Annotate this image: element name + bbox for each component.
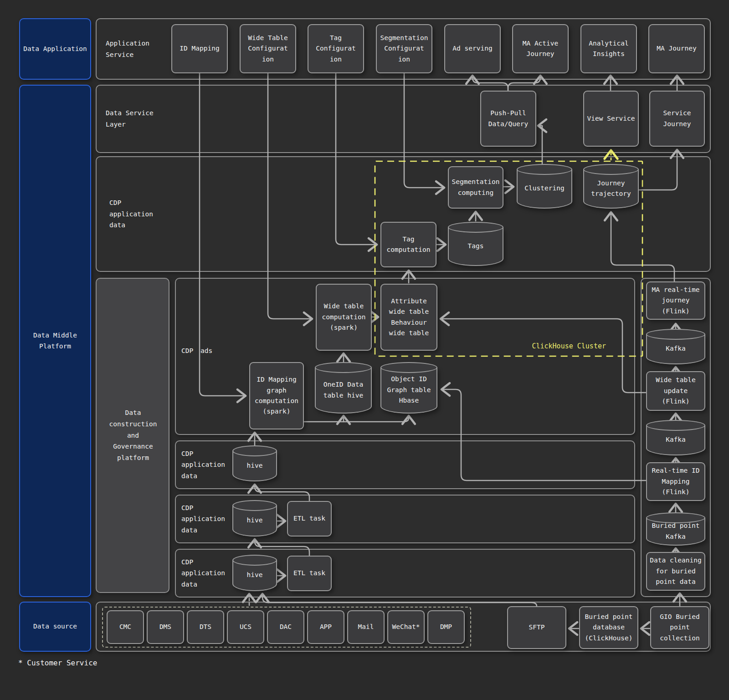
node-tag-computation: Tag computation [380,222,436,267]
sidebar-data-source: Data source [19,602,91,652]
architecture-diagram: Data Application Data Middle Platform Da… [0,0,729,700]
node-hive-a: hive [232,451,277,481]
sidebar-data-application: Data Application [19,18,91,80]
node-object-id-graph: Object ID Graph table Hbase [380,368,437,414]
node-mail: Mail [347,610,385,644]
node-kafka-mid: Kafka [646,425,705,455]
kafka-top-label: Kafka [666,343,686,354]
node-buried-point-kafka: Buried point Kafka [646,518,705,546]
hive-a-label: hive [247,460,263,471]
edge-pushpull-to-adserving [472,76,508,91]
edge-tagconfig-to-tagcomp [336,73,376,245]
node-wide-table-configuration: Wide Table Configurat ion [240,24,296,73]
label-cdp-app-row-c: CDP application data [181,549,241,598]
tags-label: Tags [468,241,484,251]
edge-segconfig-to-segcomp [404,73,444,188]
node-clustering-db: Clustering [517,169,572,209]
node-ma-journey: MA Journey [648,24,705,73]
label-cdp-app-row-b: CDP application data [181,495,241,543]
label-data-service-layer: Data Service Layer [106,85,174,153]
label-application-service: Application Service [106,18,174,80]
sidebar-data-middle-platform: Data Middle Platform [19,85,91,597]
node-segmentation-computing: Segmentation computing [448,166,503,209]
node-hive-c: hive [232,560,277,591]
node-buried-point-database: Buried point database (ClickHouse) [579,606,638,649]
node-tags-db: Tags [448,227,503,266]
label-clickhouse-cluster: ClickHouse Cluster [492,342,606,350]
node-service-journey: Service Journey [649,91,705,147]
buried-point-kafka-label: Buried point Kafka [652,521,700,542]
node-ma-active-journey: MA Active Journey [512,24,569,73]
edge-sftp-to-hivec [262,594,537,606]
kafka-mid-label: Kafka [666,434,686,445]
label-cdp-app-row-a: CDP application data [181,440,241,489]
node-dmp: DMP [427,610,465,644]
hive-c-label: hive [247,570,263,580]
edge-pushpull-to-maactive [508,76,540,91]
label-cdp-application-data: CDP application data [109,156,169,272]
label-cdp-ads: CDP ads [181,278,254,424]
node-dms: DMS [147,610,184,644]
node-push-pull: Push-Pull Data/Query [480,91,536,147]
label-data-construction: Data construction and Governance platfor… [108,278,159,593]
node-id-mapping-graph: ID Mapping graph computation (spark) [249,362,304,429]
node-wechat: WeChat* [387,610,425,644]
edge-etlc-to-hiveb [255,540,309,556]
node-cmc: CMC [107,610,144,644]
node-app: APP [307,610,344,644]
node-analytical-insights: Analytical Insights [580,24,637,73]
node-etl-task-b: ETL task [287,501,332,536]
node-view-service: View Service [583,91,639,147]
hive-b-label: hive [247,515,263,526]
node-id-mapping-app: ID Mapping [171,24,228,73]
node-hive-b: hive [232,506,277,536]
oneid-label: OneID Data table hive [323,379,363,401]
node-attribute-wide-table: Attribute wide table Behaviour wide tabl… [380,284,437,351]
object-id-label: Object ID Graph table Hbase [387,374,431,406]
node-wide-table-update: Wide table update (Flink) [646,371,705,411]
node-oneid-data-table: OneID Data table hive [315,368,372,414]
node-data-cleaning: Data cleaning for buried point data [646,552,705,591]
node-tag-configuration: Tag Configurat ion [308,24,364,73]
node-dts: DTS [187,610,224,644]
footnote-customer-service: * Customer Service [18,659,97,667]
node-segmentation-configuration: Segmentation Configurat ion [376,24,432,73]
edge-clustering-to-pushpull [539,126,542,165]
edge-graph-to-objectid [304,416,409,422]
node-ucs: UCS [227,610,264,644]
node-etl-task-c: ETL task [287,556,332,591]
node-dac: DAC [267,610,304,644]
node-gio-collection: GIO Buried point collection [650,606,709,649]
edge-etlb-to-hivea [255,485,309,501]
node-wide-table-computation: Wide table computation (spark) [316,284,372,351]
node-kafka-top: Kafka [646,334,705,364]
node-ma-realtime-journey: MA real-time journey (Flink) [646,281,705,320]
edge-trajectory-to-servicejourney [639,150,677,190]
node-realtime-id-mapping: Real-time ID Mapping (Flink) [646,462,705,501]
node-ad-serving: Ad serving [444,24,501,73]
node-journey-trajectory-db: Journey trajectory [583,169,639,209]
node-sftp: SFTP [507,606,566,649]
edge-rtidmapping-to-objectid [442,389,646,480]
journey-trajectory-label: Journey trajectory [591,178,631,199]
clustering-label: Clustering [524,183,564,194]
edge-wtconfig-to-wtcomp [268,73,312,319]
